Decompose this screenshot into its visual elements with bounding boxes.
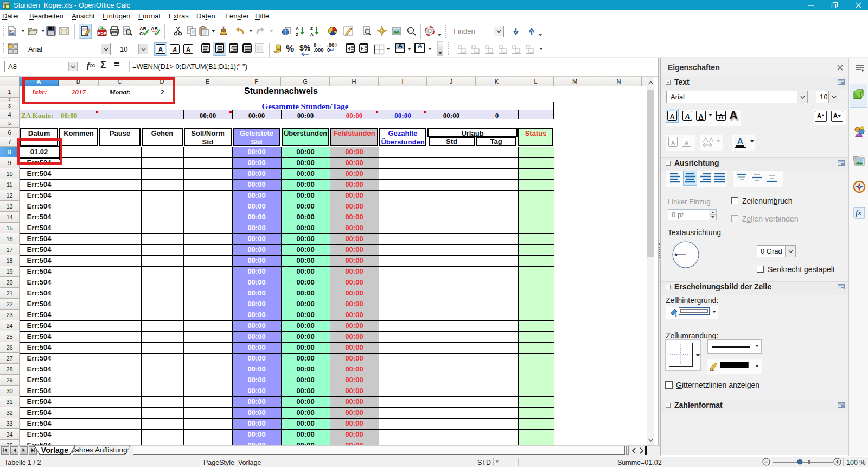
svg-text:fx: fx xyxy=(856,209,861,217)
